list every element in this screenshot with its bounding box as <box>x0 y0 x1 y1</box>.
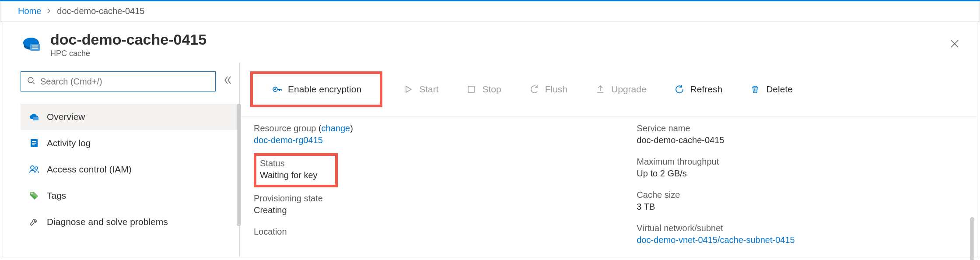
chevron-right-icon <box>46 7 52 15</box>
sidebar-item-label: Activity log <box>47 138 91 148</box>
sidebar-item-overview[interactable]: Overview <box>21 104 239 130</box>
sidebar-item-label: Diagnose and solve problems <box>47 217 168 227</box>
flush-icon <box>528 84 540 95</box>
svg-rect-1 <box>30 44 40 51</box>
upgrade-button[interactable]: Upgrade <box>588 80 654 98</box>
collapse-sidebar-button[interactable] <box>223 75 232 88</box>
hpc-cache-icon <box>21 34 42 55</box>
value-cache-size: 3 TB <box>637 202 963 212</box>
kv-location: Location <box>254 223 580 242</box>
cloud-icon <box>28 111 40 123</box>
label-max-throughput: Maximum throughput <box>637 157 963 167</box>
label-service-name: Service name <box>637 123 963 134</box>
value-service-name: doc-demo-cache-0415 <box>637 135 963 145</box>
kv-provisioning: Provisioning state Creating <box>254 190 580 221</box>
kv-service-name: Service name doc-demo-cache-0415 <box>637 120 963 151</box>
details-col-right: Service name doc-demo-cache-0415 Maximum… <box>637 120 963 250</box>
resource-panel: doc-demo-cache-0415 HPC cache <box>3 23 977 257</box>
value-vnet[interactable]: doc-demo-vnet-0415/cache-subnet-0415 <box>637 235 794 245</box>
breadcrumb-current: doc-demo-cache-0415 <box>57 6 144 16</box>
svg-point-12 <box>35 167 38 169</box>
toolbar-label: Start <box>419 84 438 95</box>
toolbar-label: Enable encryption <box>288 84 361 95</box>
sidebar-item-diagnose[interactable]: Diagnose and solve problems <box>21 209 239 235</box>
change-resource-group-link[interactable]: change <box>322 123 350 133</box>
svg-point-4 <box>28 77 33 83</box>
kv-max-throughput: Maximum throughput Up to 2 GB/s <box>637 153 963 184</box>
value-provisioning: Creating <box>254 205 580 215</box>
details-col-left: Resource group (change) doc-demo-rg0415 … <box>254 120 580 250</box>
svg-rect-9 <box>32 143 36 144</box>
details-grid: Resource group (change) doc-demo-rg0415 … <box>240 116 977 250</box>
kv-cache-size: Cache size 3 TB <box>637 186 963 217</box>
svg-rect-6 <box>33 117 38 120</box>
page-title: doc-demo-cache-0415 <box>50 31 206 48</box>
label-resource-group: Resource group <box>254 123 316 133</box>
toolbar-label: Refresh <box>690 84 723 95</box>
start-button[interactable]: Start <box>396 80 445 98</box>
value-resource-group[interactable]: doc-demo-rg0415 <box>254 135 323 145</box>
svg-point-13 <box>31 193 32 194</box>
toolbar-label: Stop <box>482 84 501 95</box>
sidebar-item-label: Access control (IAM) <box>47 164 132 175</box>
page-subtitle: HPC cache <box>50 49 206 58</box>
close-button[interactable] <box>945 35 964 54</box>
sidebar-item-activity-log[interactable]: Activity log <box>21 130 239 156</box>
flush-button[interactable]: Flush <box>522 80 574 98</box>
refresh-button[interactable]: Refresh <box>667 80 730 98</box>
kv-vnet: Virtual network/subnet doc-demo-vnet-041… <box>637 220 963 250</box>
panel-header: doc-demo-cache-0415 HPC cache <box>3 23 977 63</box>
sidebar-item-access-control[interactable]: Access control (IAM) <box>21 156 239 183</box>
sidebar-search-input[interactable] <box>40 77 209 87</box>
toolbar-label: Delete <box>766 84 793 95</box>
trash-icon <box>749 84 761 95</box>
sidebar-item-label: Tags <box>47 190 66 201</box>
kv-resource-group: Resource group (change) doc-demo-rg0415 <box>254 120 580 151</box>
delete-button[interactable]: Delete <box>742 80 800 98</box>
upgrade-icon <box>595 84 606 95</box>
stop-button[interactable]: Stop <box>458 80 508 98</box>
tag-icon <box>28 190 40 201</box>
label-provisioning: Provisioning state <box>254 193 580 204</box>
sidebar-item-tags[interactable]: Tags <box>21 183 239 209</box>
toolbar: Enable encryption Start Stop <box>240 63 977 116</box>
kv-status-highlight: Status Waiting for key <box>254 153 338 187</box>
label-cache-size: Cache size <box>637 190 963 200</box>
sidebar-nav: Overview Activity log Access control (IA… <box>21 104 239 235</box>
value-status: Waiting for key <box>260 170 318 180</box>
sidebar: Overview Activity log Access control (IA… <box>3 63 239 257</box>
toolbar-label: Flush <box>545 84 567 95</box>
toolbar-label: Upgrade <box>611 84 647 95</box>
content-scrollbar[interactable] <box>970 217 974 260</box>
enable-encryption-highlight: Enable encryption <box>250 71 382 107</box>
search-icon <box>27 77 35 87</box>
wrench-icon <box>28 216 40 228</box>
refresh-icon <box>674 84 685 95</box>
sidebar-item-label: Overview <box>47 112 85 122</box>
svg-point-15 <box>274 88 276 90</box>
key-icon <box>271 84 283 95</box>
svg-rect-10 <box>32 144 35 145</box>
svg-line-5 <box>33 82 35 84</box>
label-vnet: Virtual network/subnet <box>637 223 963 233</box>
label-status: Status <box>260 158 318 169</box>
stop-icon <box>466 84 477 95</box>
play-icon <box>402 84 414 95</box>
value-max-throughput: Up to 2 GB/s <box>637 169 963 179</box>
log-icon <box>28 137 40 149</box>
svg-rect-16 <box>468 86 474 92</box>
svg-point-11 <box>31 166 34 169</box>
breadcrumb: Home doc-demo-cache-0415 <box>0 1 980 21</box>
sidebar-search[interactable] <box>21 71 216 91</box>
content-area: Enable encryption Start Stop <box>239 63 977 257</box>
enable-encryption-button[interactable]: Enable encryption <box>264 80 368 98</box>
svg-rect-8 <box>32 141 36 142</box>
breadcrumb-home[interactable]: Home <box>18 6 41 16</box>
people-icon <box>28 164 40 175</box>
label-location: Location <box>254 227 580 237</box>
